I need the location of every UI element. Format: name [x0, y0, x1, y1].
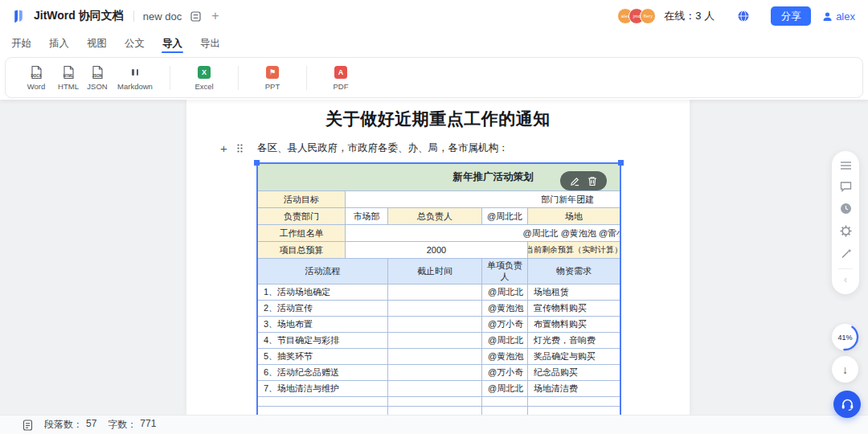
- import-markdown-button[interactable]: Markdown: [112, 64, 158, 91]
- json-file-icon: JSON: [90, 64, 104, 80]
- collapse-chevron-icon[interactable]: ‹: [844, 275, 847, 285]
- new-tab-icon[interactable]: +: [211, 10, 219, 23]
- app-title: JitWord 协同文档: [34, 9, 124, 23]
- menu-insert[interactable]: 插入: [48, 32, 70, 55]
- edit-pencil-icon[interactable]: [570, 176, 580, 186]
- word-count-label: 字数：: [108, 418, 137, 432]
- word-count-icon[interactable]: [23, 420, 33, 431]
- delete-trash-icon[interactable]: [588, 176, 597, 186]
- add-block-icon[interactable]: +: [220, 142, 227, 154]
- document-stats: 段落数： 57 字数： 771: [44, 418, 164, 432]
- excel-icon: X: [197, 64, 211, 80]
- import-html-button[interactable]: HTML HTML: [54, 64, 83, 91]
- menu-official[interactable]: 公文: [124, 32, 145, 55]
- export-ppt-button[interactable]: ⚑ PPT: [250, 64, 295, 91]
- comment-icon[interactable]: [840, 181, 852, 192]
- flow-row[interactable]: 5、抽奖环节 @黄泡泡 奖品确定与购买: [258, 349, 620, 365]
- app-logo-icon: [10, 7, 27, 25]
- outline-list-icon[interactable]: [840, 161, 852, 170]
- magic-wand-icon[interactable]: [840, 248, 852, 260]
- user-name: alex: [836, 10, 855, 23]
- table-action-pill[interactable]: [560, 171, 607, 190]
- history-clock-icon[interactable]: [840, 203, 852, 215]
- zoom-indicator[interactable]: 41%: [832, 324, 858, 350]
- top-bar: JitWord 协同文档 new doc + alex jmc ffery 在线…: [0, 0, 868, 32]
- flow-row[interactable]: 7、场地清洁与维护 @周北北 场地清洁费: [258, 381, 620, 397]
- import-word-button[interactable]: DOCX Word: [18, 64, 54, 91]
- paragraph-count-label: 段落数：: [44, 418, 83, 432]
- export-excel-button[interactable]: X Excel: [182, 64, 227, 91]
- table-row-goal[interactable]: 活动目标 部门新年团建: [258, 191, 620, 208]
- flow-row-empty[interactable]: [258, 397, 620, 407]
- activity-plan-table[interactable]: 新年推广活动策划 活动目标 部门新年团建 负责部门 市场部 总负责人 @周北北 …: [256, 162, 621, 415]
- flow-row-empty[interactable]: [258, 407, 620, 415]
- scroll-to-bottom-button[interactable]: ↓: [832, 356, 858, 383]
- paragraph-count-value: 57: [86, 418, 96, 432]
- pdf-icon: A: [334, 64, 348, 80]
- flow-row[interactable]: 4、节目确定与彩排 @周北北 灯光费，音响费: [258, 333, 620, 349]
- doc-tab[interactable]: new doc: [143, 10, 182, 23]
- editor-canvas: 关于做好近期重点工作的通知 + 各区、县人民政府，市政府各委、办、局，各市属机构…: [0, 100, 868, 415]
- menu-start[interactable]: 开始: [10, 32, 32, 55]
- document-title[interactable]: 关于做好近期重点工作的通知: [186, 108, 690, 130]
- flow-header-row[interactable]: 活动流程 截止时间 单项负责人 物资需求: [258, 259, 620, 285]
- app-window: JitWord 协同文档 new doc + alex jmc ffery 在线…: [0, 0, 868, 434]
- status-bar: 段落数： 57 字数： 771: [0, 415, 868, 434]
- word-file-icon: DOCX: [29, 64, 43, 80]
- toolbar-divider: [238, 66, 239, 90]
- document-page[interactable]: 关于做好近期重点工作的通知 + 各区、县人民政府，市政府各委、办、局，各市属机构…: [186, 100, 690, 415]
- markdown-icon: [128, 64, 142, 80]
- share-button[interactable]: 分享: [771, 6, 811, 26]
- flow-row[interactable]: 2、活动宣传 @黄泡泡 宣传物料购买: [258, 301, 620, 317]
- table-row-department[interactable]: 负责部门 市场部 总负责人 @周北北 场地: [258, 208, 620, 225]
- flow-row[interactable]: 1、活动场地确定 @周北北 场地租赁: [258, 285, 620, 301]
- divider: [133, 10, 134, 22]
- table-handle-topright[interactable]: [618, 160, 624, 166]
- toolbar-strip: DOCX Word HTML HTML JSON: [0, 55, 868, 100]
- flow-row[interactable]: 3、场地布置 @万小奇 布置物料购买: [258, 317, 620, 333]
- rail-divider: [838, 268, 853, 269]
- word-count-value: 771: [140, 418, 156, 432]
- drag-handle-icon[interactable]: [236, 143, 244, 154]
- online-count: 在线：3 人: [664, 9, 714, 23]
- down-arrow-icon: ↓: [842, 363, 848, 376]
- support-button[interactable]: [833, 391, 861, 418]
- menu-view[interactable]: 视图: [86, 32, 108, 55]
- menu-bar: 开始 插入 视图 公文 导入 导出: [0, 32, 868, 55]
- headset-icon: [841, 398, 854, 411]
- side-tool-rail: ‹: [832, 151, 859, 294]
- menu-import[interactable]: 导入: [162, 32, 183, 55]
- paragraph-row[interactable]: + 各区、县人民政府，市政府各委、办、局，各市属机构：: [186, 141, 690, 155]
- zoom-progress-arc: [831, 323, 859, 351]
- user-icon: [822, 11, 833, 22]
- table-row-team[interactable]: 工作组名单 @周北北 @黄泡泡 @雷小达: [258, 225, 620, 242]
- table-row-budget[interactable]: 项目总预算 2000 当前剩余预算（实时计算）: [258, 242, 620, 259]
- import-json-button[interactable]: JSON JSON: [83, 64, 112, 91]
- toolbar-divider: [170, 66, 170, 90]
- language-globe-icon[interactable]: [737, 10, 750, 23]
- avatar[interactable]: ffery: [640, 8, 656, 24]
- online-avatars[interactable]: alex jmc ffery: [617, 8, 656, 24]
- html-file-icon: HTML: [61, 64, 76, 80]
- ppt-icon: ⚑: [265, 64, 280, 80]
- toolbar-divider: [306, 66, 307, 90]
- table-handle-topleft[interactable]: [254, 160, 260, 166]
- flow-row[interactable]: 6、活动纪念品赠送 @万小奇 纪念品购买: [258, 365, 620, 381]
- export-pdf-button[interactable]: A PDF: [318, 64, 363, 91]
- paragraph-text[interactable]: 各区、县人民政府，市政府各委、办、局，各市属机构：: [257, 141, 509, 155]
- settings-gear-icon[interactable]: [840, 225, 852, 237]
- import-toolbar: DOCX Word HTML HTML JSON: [5, 57, 863, 98]
- doc-list-icon[interactable]: [190, 10, 202, 23]
- current-user[interactable]: alex: [822, 10, 855, 23]
- menu-export[interactable]: 导出: [199, 32, 221, 55]
